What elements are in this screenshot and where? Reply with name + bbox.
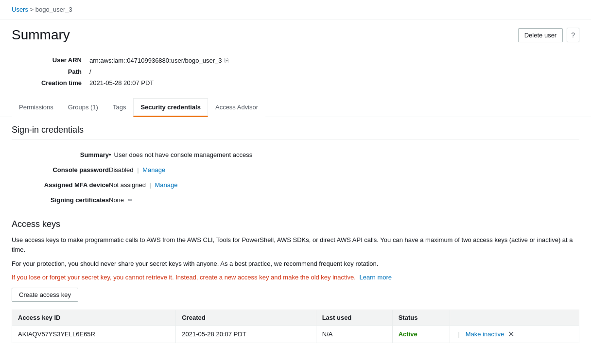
tab-tags[interactable]: Tags [105,98,133,117]
tabs: Permissions Groups (1) Tags Security cre… [12,98,579,117]
actions-cell: | Make inactive ✕ [450,325,579,343]
col-access-key-id: Access key ID [12,310,176,325]
summary-label: Summary [12,147,109,162]
mfa-label: Assigned MFA device [12,177,109,192]
mfa-row: Assigned MFA device Not assigned | Manag… [12,177,579,192]
creation-value: 2021-05-28 20:07 PDT [89,79,154,87]
content-area: Sign-in credentials Summary • User does … [0,117,591,351]
access-keys-desc2: For your protection, you should never sh… [12,259,579,269]
breadcrumb-separator: > [30,6,34,13]
status-cell: Active [392,325,450,343]
status-active-badge: Active [399,330,417,338]
last-used-cell: N/A [316,325,392,343]
access-keys-table: Access key ID Created Last used Status A… [12,310,579,343]
tab-security-credentials[interactable]: Security credentials [133,98,208,117]
copy-arn-icon[interactable]: ⎘ [225,56,228,64]
key-id-cell: AKIAQV57YS3YELL6E65R [12,325,176,343]
mfa-manage-link[interactable]: Manage [155,181,178,189]
access-keys-table-header: Access key ID Created Last used Status [12,310,579,325]
signing-certs-row: Signing certificates None ✏ [12,192,579,208]
delete-user-button[interactable]: Delete user [518,28,563,42]
make-inactive-link[interactable]: Make inactive [466,330,504,338]
arn-label: User ARN [12,56,89,64]
sign-in-credentials-section: Sign-in credentials Summary • User does … [12,125,579,208]
page-title: Summary [12,27,70,43]
signing-certs-label: Signing certificates [12,192,109,208]
mfa-value: Not assigned | Manage [109,177,579,192]
signing-certs-value: None ✏ [109,192,579,208]
tabs-container: Permissions Groups (1) Tags Security cre… [0,98,591,117]
console-password-row: Console password Disabled | Manage [12,162,579,177]
breadcrumb-users-link[interactable]: Users [12,6,28,13]
arn-row: User ARN arn:aws:iam::047109936880:user/… [12,56,579,64]
tab-access-advisor[interactable]: Access Advisor [208,98,265,117]
credentials-table: Summary • User does not have console man… [12,147,579,208]
breadcrumb: Users > bogo_user_3 [0,0,591,19]
access-keys-table-body: AKIAQV57YS3YELL6E65R 2021-05-28 20:07 PD… [12,325,579,343]
path-value: / [89,68,91,75]
access-keys-warning: If you lose or forget your secret key, y… [12,274,579,281]
console-password-manage-link[interactable]: Manage [142,166,165,173]
access-keys-desc1: Use access keys to make programmatic cal… [12,235,579,254]
created-cell: 2021-05-28 20:07 PDT [176,325,316,343]
signing-edit-icon[interactable]: ✏ [128,197,133,204]
help-icon-button[interactable]: ? [567,28,579,42]
access-keys-section: Access keys Use access keys to make prog… [12,219,579,343]
sign-in-section-title: Sign-in credentials [12,125,579,139]
summary-info: User ARN arn:aws:iam::047109936880:user/… [0,49,591,98]
page-header: Summary Delete user ? [0,19,591,49]
creation-row: Creation time 2021-05-28 20:07 PDT [12,79,579,87]
summary-value: • User does not have console management … [109,147,579,162]
access-keys-title: Access keys [12,219,579,229]
col-last-used: Last used [316,310,392,325]
header-actions: Delete user ? [518,28,579,42]
console-password-label: Console password [12,162,109,177]
col-status: Status [392,310,450,325]
tab-permissions[interactable]: Permissions [12,98,61,117]
console-password-value: Disabled | Manage [109,162,579,177]
path-label: Path [12,68,89,75]
creation-label: Creation time [12,79,89,87]
table-row: AKIAQV57YS3YELL6E65R 2021-05-28 20:07 PD… [12,325,579,343]
breadcrumb-current: bogo_user_3 [35,6,72,13]
delete-key-icon[interactable]: ✕ [508,329,514,339]
learn-more-link[interactable]: Learn more [360,274,392,281]
bullet-dot: • [109,151,111,158]
col-actions [450,310,579,325]
path-row: Path / [12,68,579,75]
summary-row: Summary • User does not have console man… [12,147,579,162]
arn-value: arn:aws:iam::047109936880:user/bogo_user… [89,56,228,64]
col-created: Created [176,310,316,325]
create-access-key-button[interactable]: Create access key [12,288,78,302]
tab-groups[interactable]: Groups (1) [61,98,105,117]
